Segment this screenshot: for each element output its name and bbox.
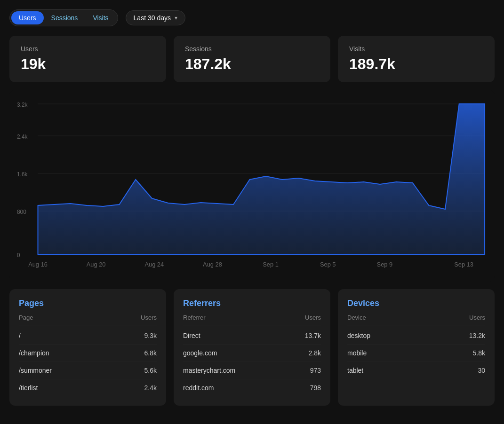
x-label-aug20: Aug 20 <box>87 261 106 268</box>
pages-row-3: /tierlist 2.4k <box>19 379 157 396</box>
y-label-1600: 1.6k <box>17 171 27 178</box>
x-label-aug16: Aug 16 <box>28 261 48 268</box>
stat-label-visits: Visits <box>349 45 483 53</box>
tab-users[interactable]: Users <box>11 11 44 24</box>
devices-row-1-users: 5.8k <box>473 349 485 357</box>
y-label-2400: 2.4k <box>17 133 27 140</box>
stat-label-sessions: Sessions <box>185 45 319 53</box>
pages-row-1: /champion 6.8k <box>19 345 157 362</box>
devices-col-device: Device <box>347 314 366 321</box>
pages-row-0-users: 9.3k <box>144 332 157 339</box>
pages-title: Pages <box>19 298 157 308</box>
stats-row: Users 19k Sessions 187.2k Visits 189.7k <box>9 36 495 82</box>
x-label-sep1: Sep 1 <box>263 261 279 268</box>
x-label-aug24: Aug 24 <box>144 261 164 268</box>
referrers-row-3: reddit.com 798 <box>183 379 321 396</box>
devices-table-header: Device Users <box>347 314 485 325</box>
devices-row-1: mobile 5.8k <box>347 345 485 362</box>
x-label-sep5: Sep 5 <box>320 261 336 268</box>
x-label-sep9: Sep 9 <box>377 261 393 268</box>
chart-container: 3.2k 2.4k 1.6k 800 0 Aug 16 Aug 20 Aug 2… <box>9 90 495 282</box>
referrers-row-0-referrer: Direct <box>183 332 200 339</box>
referrers-row-1: google.com 2.8k <box>183 345 321 362</box>
devices-panel: Devices Device Users desktop 13.2k mobil… <box>338 289 495 406</box>
pages-row-3-users: 2.4k <box>144 384 157 392</box>
referrers-row-1-users: 2.8k <box>309 349 321 357</box>
pages-row-1-page: /champion <box>19 349 49 357</box>
stat-value-sessions: 187.2k <box>185 55 319 73</box>
pages-col-users: Users <box>141 314 157 321</box>
pages-row-2: /summoner 5.6k <box>19 362 157 379</box>
referrers-col-referrer: Referrer <box>183 314 206 321</box>
date-filter-dropdown[interactable]: Last 30 days ▾ <box>126 10 185 25</box>
pages-row-2-page: /summoner <box>19 367 52 374</box>
referrers-table-header: Referrer Users <box>183 314 321 325</box>
stat-card-visits: Visits 189.7k <box>338 36 495 82</box>
tab-visits[interactable]: Visits <box>85 11 116 24</box>
pages-row-0: / 9.3k <box>19 327 157 345</box>
pages-row-2-users: 5.6k <box>144 367 157 374</box>
tab-sessions[interactable]: Sessions <box>44 11 86 24</box>
referrers-row-3-users: 798 <box>310 384 321 392</box>
filter-bar: Users Sessions Visits Last 30 days ▾ <box>9 9 495 26</box>
referrers-row-1-referrer: google.com <box>183 349 217 357</box>
tab-group: Users Sessions Visits <box>9 9 118 26</box>
devices-row-0: desktop 13.2k <box>347 327 485 345</box>
devices-row-2-users: 30 <box>478 367 485 374</box>
bottom-row: Pages Page Users / 9.3k /champion 6.8k /… <box>9 289 495 406</box>
stat-label-users: Users <box>21 45 155 53</box>
pages-row-1-users: 6.8k <box>144 349 157 357</box>
stat-value-users: 19k <box>21 55 155 73</box>
x-label-aug28: Aug 28 <box>203 261 222 268</box>
area-chart: 3.2k 2.4k 1.6k 800 0 Aug 16 Aug 20 Aug 2… <box>17 97 487 276</box>
referrers-title: Referrers <box>183 298 321 308</box>
devices-title: Devices <box>347 298 485 308</box>
x-label-sep13: Sep 13 <box>454 261 473 268</box>
pages-table-header: Page Users <box>19 314 157 325</box>
referrers-panel: Referrers Referrer Users Direct 13.7k go… <box>174 289 330 406</box>
date-filter-label: Last 30 days <box>134 14 171 22</box>
referrers-row-2: masterychart.com 973 <box>183 362 321 379</box>
stat-value-visits: 189.7k <box>349 55 483 73</box>
devices-row-1-device: mobile <box>347 349 367 357</box>
referrers-row-0: Direct 13.7k <box>183 327 321 345</box>
devices-row-2: tablet 30 <box>347 362 485 379</box>
referrers-row-2-users: 973 <box>310 367 321 374</box>
pages-row-3-page: /tierlist <box>19 384 38 392</box>
y-label-0: 0 <box>17 252 20 259</box>
devices-row-0-device: desktop <box>347 332 370 339</box>
stat-card-sessions: Sessions 187.2k <box>174 36 330 82</box>
chevron-down-icon: ▾ <box>175 15 177 21</box>
devices-row-2-device: tablet <box>347 367 363 374</box>
referrers-col-users: Users <box>305 314 321 321</box>
devices-col-users: Users <box>469 314 485 321</box>
devices-row-0-users: 13.2k <box>469 332 485 339</box>
area-path <box>38 104 485 254</box>
stat-card-users: Users 19k <box>9 36 166 82</box>
pages-panel: Pages Page Users / 9.3k /champion 6.8k /… <box>9 289 166 406</box>
referrers-row-0-users: 13.7k <box>305 332 321 339</box>
y-label-3200: 3.2k <box>17 102 27 108</box>
referrers-row-3-referrer: reddit.com <box>183 384 214 392</box>
y-label-800: 800 <box>17 209 26 215</box>
referrers-row-2-referrer: masterychart.com <box>183 367 235 374</box>
pages-col-page: Page <box>19 314 33 321</box>
pages-row-0-page: / <box>19 332 21 339</box>
